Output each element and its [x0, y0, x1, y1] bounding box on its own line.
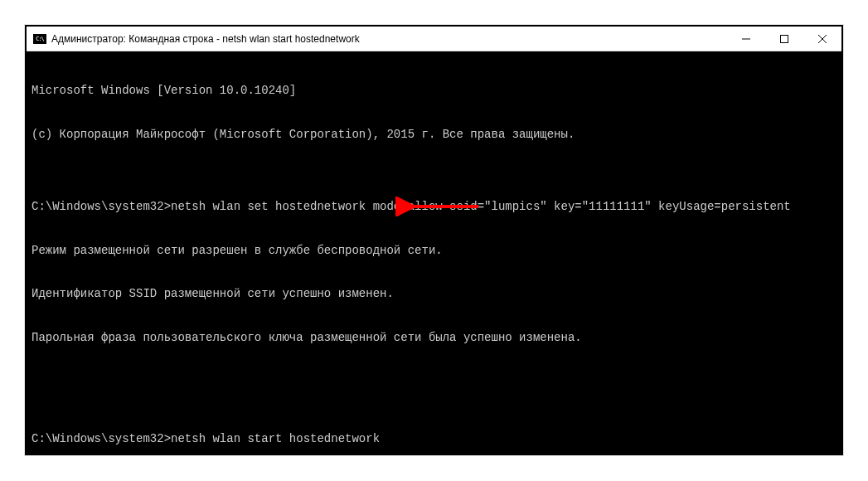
terminal-line: C:\Windows\system32>netsh wlan set hoste… [32, 200, 836, 215]
terminal-line: (c) Корпорация Майкрософт (Microsoft Cor… [32, 128, 836, 143]
close-button[interactable] [803, 27, 841, 51]
terminal-line: C:\Windows\system32>netsh wlan start hos… [32, 432, 836, 447]
terminal-output[interactable]: Microsoft Windows [Version 10.0.10240] (… [27, 51, 841, 454]
terminal-line: Режим размещенной сети разрешен в службе… [32, 244, 836, 259]
window-title: Администратор: Командная строка - netsh … [51, 33, 727, 45]
terminal-line: Идентификатор SSID размещенной сети успе… [32, 287, 836, 302]
minimize-icon [742, 35, 750, 43]
maximize-icon [780, 35, 788, 43]
command-prompt-window: C:\ Администратор: Командная строка - ne… [25, 25, 843, 455]
window-controls [727, 27, 841, 51]
terminal-line: Microsoft Windows [Version 10.0.10240] [32, 84, 836, 99]
minimize-button[interactable] [727, 27, 765, 51]
maximize-button[interactable] [765, 27, 803, 51]
svg-rect-1 [781, 35, 788, 42]
close-icon [818, 35, 827, 43]
terminal-line: Парольная фраза пользовательского ключа … [32, 331, 836, 346]
titlebar[interactable]: C:\ Администратор: Командная строка - ne… [27, 27, 841, 51]
cmd-icon: C:\ [33, 34, 46, 44]
